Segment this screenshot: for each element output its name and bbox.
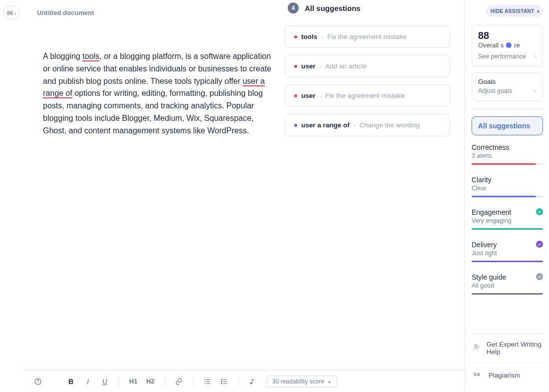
severity-dot-icon (294, 35, 297, 38)
quotes-icon (473, 370, 483, 380)
menu-icon (7, 11, 13, 15)
bold-button[interactable]: B (65, 378, 77, 386)
readability-score-button[interactable]: 30 readability score ▲ (267, 376, 337, 388)
metric-sub: 3 alerts (472, 152, 543, 159)
bullet-list-button[interactable] (218, 377, 230, 386)
link-button[interactable] (173, 377, 185, 386)
suggestion-separator: · (320, 92, 322, 99)
suggestion-separator: · (321, 33, 323, 40)
expert-help-link[interactable]: Get Expert Writing Help (472, 333, 543, 363)
suggestion-hint: Change the wording (360, 121, 420, 129)
overall-score-label-a: Overall s (478, 41, 504, 49)
sidebar-toggle-button[interactable] (3, 6, 20, 20)
metric-sub: All good (472, 282, 543, 289)
metric-title: Style guide (472, 273, 543, 281)
chevron-right-icon: › (535, 87, 537, 94)
metric-sub: Very engaging (472, 217, 543, 224)
see-performance-label: See performance (478, 53, 526, 60)
toolbar-divider (164, 377, 165, 386)
metric-style-guide[interactable]: Style guide All good (472, 273, 543, 295)
suggestion-card[interactable]: user a range of · Change the wording (285, 114, 450, 136)
suggestions-list: tools · Fix the agreement mistake user ·… (285, 25, 450, 136)
numbered-list-button[interactable]: 123 (201, 377, 213, 386)
caret-up-icon: ▲ (327, 379, 332, 384)
svg-text:3: 3 (204, 382, 206, 385)
toolbar-divider (238, 377, 239, 386)
svg-point-13 (221, 383, 222, 384)
suggestion-card[interactable]: user · Add an article (285, 55, 450, 77)
svg-point-14 (475, 345, 477, 347)
goals-card[interactable]: Goals Adjust goals › (472, 72, 543, 101)
suggestions-title: All suggestions (305, 4, 361, 12)
main-column: Untitled document A blogging tools, or a… (23, 0, 464, 392)
h2-button[interactable]: H2 (144, 378, 156, 385)
assistant-panel: HIDE ASSISTANT ›› 88 Overall sre See per… (464, 0, 549, 392)
suggestions-header: 4 All suggestions (285, 2, 450, 13)
doc-text-fragment: A blogging (43, 52, 82, 60)
suggestion-term: user (301, 92, 316, 99)
suggestion-card[interactable]: user · Fix the agreement mistake (285, 84, 450, 107)
check-badge-icon (536, 208, 543, 215)
overall-score-value: 88 (478, 30, 537, 40)
doc-text-fragment: options for writing, editing, formatting… (43, 89, 263, 134)
check-badge-icon (536, 241, 543, 248)
metric-title: Engagement (472, 208, 543, 216)
left-rail (0, 0, 23, 392)
metric-correctness[interactable]: Correctness 3 alerts (472, 143, 543, 165)
suggestions-panel: 4 All suggestions tools · Fix the agreem… (285, 2, 450, 370)
metric-sub: Clear (472, 185, 543, 192)
editor-body: A blogging tools, or a blogging platform… (23, 19, 464, 370)
overall-score-label-b: re (514, 41, 520, 49)
plagiarism-link[interactable]: Plagiarism (472, 363, 543, 387)
readability-label: 30 readability score (272, 378, 324, 385)
severity-dot-icon (294, 94, 297, 97)
suggestion-separator: · (320, 62, 322, 70)
suggestion-term: user a range of (301, 121, 350, 129)
severity-dot-icon (294, 124, 297, 127)
check-badge-icon (536, 273, 543, 280)
panel-divider (472, 109, 543, 109)
all-suggestions-tab[interactable]: All suggestions (472, 116, 543, 135)
metric-title: Delivery (472, 241, 543, 249)
metric-delivery[interactable]: Delivery Just right (472, 241, 543, 262)
underline-button[interactable]: U (99, 378, 111, 386)
metric-title: Correctness (472, 143, 543, 151)
italic-button[interactable]: I (82, 378, 94, 386)
help-icon[interactable] (32, 377, 44, 386)
metric-title: Clarity (472, 176, 543, 184)
severity-dot-icon (294, 65, 297, 68)
toolbar-divider (119, 377, 119, 386)
toolbar-divider (193, 377, 193, 386)
suggestion-hint: Add an article (325, 62, 367, 70)
suggestion-separator: · (354, 121, 356, 129)
svg-point-1 (37, 383, 38, 384)
see-performance-link[interactable]: See performance › (478, 53, 537, 60)
metric-sub: Just right (472, 250, 543, 257)
goals-title: Goals (478, 78, 537, 85)
document-editor[interactable]: A blogging tools, or a blogging platform… (43, 50, 273, 370)
svg-point-12 (221, 381, 222, 382)
assistant-bottom-links: Get Expert Writing Help Plagiarism (472, 333, 543, 387)
expert-help-label: Get Expert Writing Help (487, 341, 542, 356)
chevron-right-icon: › (535, 53, 537, 60)
goals-sub: Adjust goals (478, 87, 512, 94)
svg-point-11 (221, 379, 222, 380)
metric-clarity[interactable]: Clarity Clear (472, 176, 543, 197)
underlined-word-tools[interactable]: tools (82, 52, 99, 61)
overall-score-card[interactable]: 88 Overall sre See performance › (472, 25, 543, 66)
suggestion-hint: Fix the agreement mistake (327, 33, 407, 40)
plagiarism-label: Plagiarism (489, 372, 520, 379)
metric-engagement[interactable]: Engagement Very engaging (472, 208, 543, 230)
suggestion-term: user (301, 62, 316, 70)
person-icon (473, 343, 481, 353)
suggestion-card[interactable]: tools · Fix the agreement mistake (285, 25, 450, 48)
chevron-right-double-icon: ›› (537, 8, 539, 14)
suggestions-count-badge: 4 (288, 2, 299, 13)
hide-assistant-label: HIDE ASSISTANT (491, 8, 535, 14)
format-toolbar: B I U H1 H2 123 30 readability score (23, 370, 464, 392)
hide-assistant-button[interactable]: HIDE ASSISTANT ›› (486, 5, 543, 17)
score-face-icon (506, 42, 512, 48)
h1-button[interactable]: H1 (127, 378, 139, 385)
suggestion-hint: Fix the agreement mistake (325, 92, 405, 99)
clear-formatting-button[interactable] (247, 377, 259, 386)
